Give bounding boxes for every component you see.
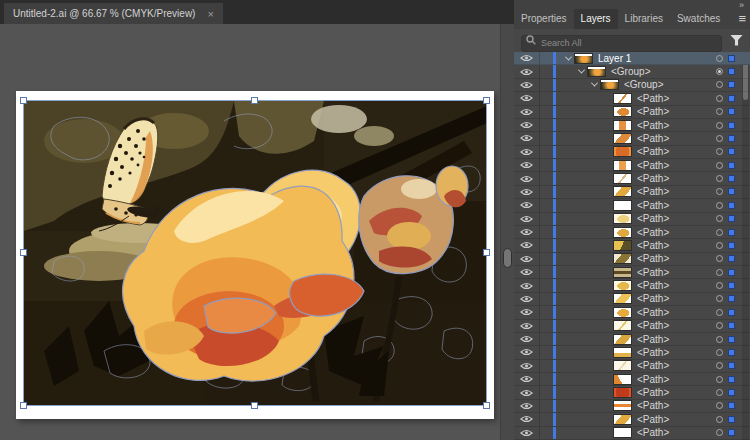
lock-cell[interactable] [540, 159, 553, 171]
eye-icon[interactable] [520, 134, 533, 142]
layer-label[interactable]: <Path> [637, 200, 669, 211]
layer-label[interactable]: <Path> [637, 240, 669, 251]
layer-row[interactable]: <Path> [514, 239, 750, 252]
layer-row[interactable]: <Path> [514, 320, 750, 333]
layer-row[interactable]: <Path> [514, 199, 750, 212]
lock-cell[interactable] [540, 119, 553, 131]
layer-label[interactable]: <Group> [611, 66, 650, 77]
layer-row[interactable]: <Path> [514, 333, 750, 346]
target-icon[interactable] [716, 349, 723, 356]
visibility-cell[interactable] [514, 79, 540, 91]
document-tab[interactable]: Untitled-2.ai @ 66.67 % (CMYK/Preview) × [4, 3, 223, 24]
target-icon[interactable] [716, 162, 723, 169]
layer-row[interactable]: <Path> [514, 253, 750, 266]
expand-chevron-icon[interactable] [575, 69, 587, 74]
selection-chip[interactable] [728, 295, 735, 302]
target-icon[interactable] [716, 55, 723, 62]
layer-row[interactable]: <Path> [514, 172, 750, 185]
eye-icon[interactable] [520, 268, 533, 276]
target-icon[interactable] [716, 255, 723, 262]
eye-icon[interactable] [520, 121, 533, 129]
tab-libraries[interactable]: Libraries [618, 9, 670, 29]
eye-icon[interactable] [520, 175, 533, 183]
lock-cell[interactable] [540, 239, 553, 251]
tab-layers[interactable]: Layers [574, 9, 618, 29]
layer-row[interactable]: <Path> [514, 413, 750, 426]
canvas-scrollbar-thumb[interactable] [503, 248, 512, 268]
visibility-cell[interactable] [514, 159, 540, 171]
visibility-cell[interactable] [514, 266, 540, 278]
eye-icon[interactable] [520, 81, 533, 89]
eye-icon[interactable] [520, 68, 533, 76]
layer-label[interactable]: <Path> [637, 414, 669, 425]
eye-icon[interactable] [520, 322, 533, 330]
selection-chip[interactable] [728, 95, 735, 102]
visibility-cell[interactable] [514, 279, 540, 291]
lock-cell[interactable] [540, 346, 553, 358]
visibility-cell[interactable] [514, 65, 540, 77]
eye-icon[interactable] [520, 348, 533, 356]
layer-row[interactable]: <Path> [514, 119, 750, 132]
expand-chevron-icon[interactable] [588, 82, 600, 87]
selection-chip[interactable] [728, 389, 735, 396]
lock-cell[interactable] [540, 146, 553, 158]
lock-cell[interactable] [540, 226, 553, 238]
lock-cell[interactable] [540, 373, 553, 385]
target-icon[interactable] [716, 215, 723, 222]
collapse-panel-icon[interactable]: » [739, 0, 744, 10]
visibility-cell[interactable] [514, 360, 540, 372]
visibility-cell[interactable] [514, 52, 540, 64]
selection-chip[interactable] [728, 242, 735, 249]
layer-row[interactable]: <Path> [514, 132, 750, 145]
selection-chip[interactable] [728, 362, 735, 369]
layer-row[interactable]: <Path> [514, 293, 750, 306]
target-icon[interactable] [716, 229, 723, 236]
layer-label[interactable]: <Path> [637, 334, 669, 345]
tab-swatches[interactable]: Swatches [670, 9, 727, 29]
selection-chip[interactable] [728, 162, 735, 169]
target-icon[interactable] [716, 188, 723, 195]
visibility-cell[interactable] [514, 400, 540, 412]
visibility-cell[interactable] [514, 413, 540, 425]
layer-label[interactable]: <Path> [637, 253, 669, 264]
target-icon[interactable] [716, 416, 723, 423]
visibility-cell[interactable] [514, 253, 540, 265]
eye-icon[interactable] [520, 402, 533, 410]
layer-label[interactable]: <Path> [637, 320, 669, 331]
canvas-pasteboard[interactable] [0, 24, 514, 440]
selection-chip[interactable] [728, 322, 735, 329]
eye-icon[interactable] [520, 362, 533, 370]
expand-chevron-icon[interactable] [562, 56, 574, 61]
eye-icon[interactable] [520, 389, 533, 397]
lock-cell[interactable] [540, 199, 553, 211]
layer-label[interactable]: <Path> [637, 280, 669, 291]
visibility-cell[interactable] [514, 427, 540, 439]
layer-label[interactable]: <Path> [637, 374, 669, 385]
visibility-cell[interactable] [514, 146, 540, 158]
lock-cell[interactable] [540, 52, 553, 64]
tab-brushes[interactable]: Brushes [727, 9, 732, 29]
target-icon[interactable] [716, 322, 723, 329]
lock-cell[interactable] [540, 320, 553, 332]
layer-label[interactable]: <Path> [637, 93, 669, 104]
eye-icon[interactable] [520, 148, 533, 156]
layer-label[interactable]: <Path> [637, 173, 669, 184]
artwork-image[interactable] [24, 101, 487, 406]
lock-cell[interactable] [540, 132, 553, 144]
visibility-cell[interactable] [514, 172, 540, 184]
selection-chip[interactable] [728, 349, 735, 356]
eye-icon[interactable] [520, 375, 533, 383]
visibility-cell[interactable] [514, 106, 540, 118]
lock-cell[interactable] [540, 413, 553, 425]
eye-icon[interactable] [520, 241, 533, 249]
target-icon[interactable] [716, 202, 723, 209]
layer-label[interactable]: <Path> [637, 427, 669, 438]
layer-label[interactable]: <Path> [637, 267, 669, 278]
layer-row[interactable]: Layer 1 [514, 52, 750, 65]
eye-icon[interactable] [520, 161, 533, 169]
selection-chip[interactable] [728, 135, 735, 142]
selection-chip[interactable] [728, 175, 735, 182]
selection-chip[interactable] [728, 68, 735, 75]
selection-chip[interactable] [728, 215, 735, 222]
selection-chip[interactable] [728, 402, 735, 409]
